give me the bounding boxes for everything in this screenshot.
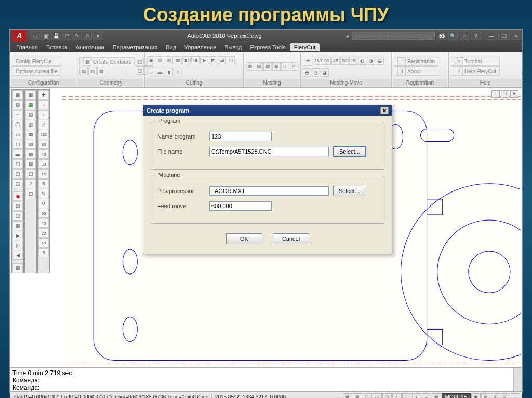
sb-a-icon[interactable]: ▣ — [471, 393, 481, 399]
cut-play-icon[interactable]: ▶ — [200, 56, 208, 64]
cut-2-icon[interactable]: ▤ — [156, 56, 164, 64]
p2-b3[interactable]: ▤ — [25, 110, 36, 119]
geom-list-icon[interactable]: ▤ — [79, 67, 88, 75]
cut-9-icon[interactable]: ◪ — [218, 56, 226, 64]
tab-view[interactable]: Вид — [162, 43, 180, 51]
p3-b8[interactable]: 30 — [38, 159, 49, 169]
p2-b9[interactable]: ◫ — [25, 169, 36, 179]
p1-b11[interactable]: ▣ — [12, 191, 23, 201]
p1-b8[interactable]: ◰ — [12, 159, 23, 169]
cut-6-icon[interactable]: ◨ — [191, 56, 200, 64]
rot-15-icon[interactable]: 15 — [349, 57, 357, 65]
cut-5-icon[interactable]: ◧ — [182, 56, 191, 64]
p1-b5[interactable]: ▭ — [12, 130, 23, 139]
minimize-icon[interactable]: — — [486, 32, 497, 40]
doc-close-icon[interactable]: ✕ — [510, 90, 518, 98]
p3-b6[interactable]: 90 — [38, 140, 49, 149]
redo-icon[interactable]: ↷ — [72, 31, 82, 40]
osnap-icon[interactable]: ◫ — [382, 393, 392, 399]
p2-b7[interactable]: ▨ — [25, 149, 36, 159]
p3-b16[interactable]: 15 — [38, 238, 49, 248]
model-space-button[interactable]: МОДЕЛЬ — [442, 393, 471, 399]
cut-1-icon[interactable]: ▣ — [147, 56, 155, 64]
nm-7-icon[interactable]: ◑ — [367, 57, 375, 65]
nest-2-icon[interactable]: ▧ — [255, 62, 263, 71]
cmd-scrollbar[interactable] — [513, 368, 522, 391]
dyn-icon[interactable]: + — [412, 393, 421, 399]
p1-b9[interactable]: ◱ — [12, 169, 23, 179]
move-plus-icon[interactable]: ✚ — [303, 56, 313, 66]
create-contours-button[interactable]: ▦Create Contours — [79, 57, 135, 66]
comm-center-icon[interactable]: ☆ — [460, 31, 469, 40]
tab-output[interactable]: Вывод — [220, 43, 246, 51]
cut-11-icon[interactable]: ▭ — [147, 68, 155, 76]
command-line[interactable]: Time 0 min 2.719 sec Команда: Команда: — [10, 368, 522, 392]
p3-b13[interactable]: 90 — [38, 209, 49, 218]
p3-b14[interactable]: 45 — [38, 218, 49, 228]
p1-b16[interactable]: ▷ — [12, 241, 23, 250]
tutorial-button[interactable]: ?Tutorial — [451, 57, 500, 66]
p2-b8[interactable]: ▩ — [25, 159, 36, 169]
feed-move-input[interactable] — [209, 201, 272, 211]
tab-fierycut[interactable]: FieryCut — [290, 43, 320, 51]
geom-all-icon[interactable]: ▦ — [97, 67, 105, 75]
qat-more-icon[interactable]: ▾ — [93, 31, 102, 40]
p3-b15[interactable]: 30 — [38, 228, 49, 238]
cut-13-icon[interactable]: ▮ — [165, 68, 173, 76]
nm-8-icon[interactable]: ◒ — [376, 57, 384, 65]
print-icon[interactable]: ⎙ — [83, 31, 92, 40]
ortho-icon[interactable]: ⊞ — [363, 393, 372, 399]
qp-icon[interactable]: ▦ — [432, 393, 441, 399]
p2-b6[interactable]: ▧ — [25, 140, 36, 149]
p1-b3[interactable]: 〰 — [12, 110, 23, 119]
p1-b1[interactable]: ▦ — [12, 90, 23, 100]
rot-45-icon[interactable]: 45 — [331, 57, 340, 65]
p2-b10[interactable]: ? — [25, 179, 36, 188]
p1-b14[interactable]: ▦ — [12, 221, 23, 230]
help-icon[interactable]: ? — [471, 31, 481, 40]
cut-12-icon[interactable]: ▬ — [156, 68, 164, 76]
p3-b7[interactable]: 45 — [38, 149, 49, 159]
app-logo-icon[interactable]: A — [12, 30, 26, 42]
p1-b4[interactable]: ◯ — [12, 120, 23, 129]
nm-10-icon[interactable]: ◔ — [312, 68, 320, 77]
help-fierycut-button[interactable]: ?Help FieryCut — [451, 66, 500, 76]
lwt-icon[interactable]: ≡ — [422, 393, 431, 399]
sb-c-icon[interactable]: ◰ — [491, 393, 500, 399]
dialog-close-icon[interactable]: ✕ — [380, 107, 389, 114]
cancel-button[interactable]: Cancel — [273, 233, 309, 244]
p1-b15[interactable]: ▶ — [12, 231, 23, 240]
p2-b4[interactable]: ▥ — [25, 120, 36, 129]
p1-b12[interactable]: ▤ — [12, 201, 23, 211]
nest-6-icon[interactable]: ◰ — [290, 62, 298, 71]
keyword-search-input[interactable] — [352, 32, 435, 40]
p1-b2[interactable]: ▤ — [12, 100, 23, 109]
grid-icon[interactable]: ▤ — [353, 393, 362, 399]
tab-home[interactable]: Главная — [12, 43, 42, 51]
search-chevron-icon[interactable]: ▸ — [347, 33, 350, 39]
cut-14-icon[interactable]: ▯ — [174, 68, 182, 76]
doc-restore-icon[interactable]: ❐ — [501, 90, 509, 98]
p3-b4[interactable]: ⤢ — [38, 120, 49, 129]
rot-30-icon[interactable]: 30 — [340, 57, 349, 65]
p3-b11[interactable]: ↻ — [38, 189, 49, 198]
config-fierycut-button[interactable]: Config FieryCut — [12, 57, 61, 66]
nest-4-icon[interactable]: ▩ — [272, 62, 281, 71]
tab-insert[interactable]: Вставка — [42, 43, 72, 51]
open-icon[interactable]: ▣ — [41, 31, 50, 40]
snap-icon[interactable]: ▦ — [343, 393, 352, 399]
p2-b5[interactable]: ▦ — [25, 130, 36, 139]
p1-b6[interactable]: ◫ — [12, 140, 23, 149]
p1-b17[interactable]: ◀ — [12, 251, 23, 260]
search-icon[interactable]: 🔍 — [448, 31, 458, 40]
p1-b10[interactable]: ◲ — [12, 179, 23, 188]
tab-express[interactable]: Express Tools — [246, 43, 290, 51]
cut-10-icon[interactable]: ◫ — [227, 56, 235, 64]
geom-pick-icon[interactable]: ▥ — [88, 67, 97, 75]
file-name-input[interactable] — [209, 147, 329, 156]
save-icon[interactable]: 💾 — [51, 31, 61, 40]
postprocessor-select-button[interactable]: Select... — [333, 186, 365, 196]
tab-manage[interactable]: Управление — [180, 43, 220, 51]
nm-6-icon[interactable]: ◐ — [358, 57, 366, 65]
polar-icon[interactable]: ◷ — [373, 393, 382, 399]
